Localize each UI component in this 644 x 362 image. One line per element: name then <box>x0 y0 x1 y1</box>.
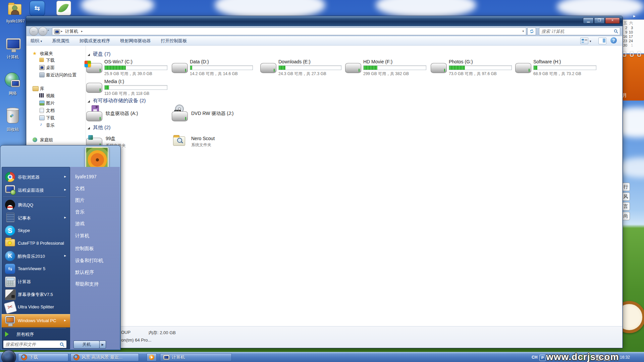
refresh-button[interactable] <box>527 27 536 35</box>
program-cuteftp[interactable]: CuteFTP 8 Professional <box>2 237 70 250</box>
desktop-icon-network[interactable]: 网络 <box>0 71 25 97</box>
program-windows-virtual-pc[interactable]: Windows Virtual PC▸ <box>2 314 70 327</box>
drive-tile-c[interactable]: OS-Win7 (C:) 25.9 GB 可用，共 39.0 GB <box>86 58 169 77</box>
program-notepad[interactable]: 记事本▸ <box>2 212 70 224</box>
menu-user-name[interactable]: liyafe1997 <box>75 174 97 182</box>
all-programs[interactable]: 所有程序 <box>0 329 69 339</box>
group-header-removable[interactable]: 有可移动存储的设备 (2) <box>93 98 146 104</box>
menu-devices-printers[interactable]: 设备和打印机 <box>75 258 103 266</box>
sidebar-pictures[interactable]: 图片 <box>46 100 55 106</box>
views-dropdown-icon[interactable]: ▾ <box>590 40 591 43</box>
search-icon <box>60 342 64 347</box>
preview-pane-button[interactable] <box>598 38 606 44</box>
window-titlebar[interactable] <box>26 16 623 26</box>
taskbar-button-computer[interactable]: 计算机 <box>160 353 232 361</box>
program-rdp[interactable]: 远程桌面连接▸ <box>2 184 70 196</box>
start-button[interactable] <box>1 350 16 362</box>
ime-icon[interactable]: P <box>539 355 546 361</box>
menu-music[interactable]: 音乐 <box>75 209 85 217</box>
nav-history-dropdown[interactable]: ▾ <box>48 29 49 32</box>
sidebar-downloads[interactable]: 下载 <box>46 57 55 63</box>
menu-games[interactable]: 游戏 <box>75 221 85 229</box>
group-header-other[interactable]: 其他 (2) <box>93 124 111 131</box>
program-qq[interactable]: 腾讯QQ <box>2 198 70 211</box>
scissors-icon: ✂ <box>4 301 17 314</box>
sidebar-recent-places[interactable]: 最近访问的位置 <box>46 72 76 78</box>
program-kugou[interactable]: K 酷狗音乐2010▸ <box>2 250 70 262</box>
menu-control-panel[interactable]: 控制面板 <box>75 246 94 254</box>
taskbar-button-scenery[interactable]: 风景 高清风景 最近... <box>70 353 139 361</box>
floppy-drive-tile[interactable]: 软盘驱动器 (A:) <box>86 105 169 122</box>
program-calculator[interactable]: 计算器 <box>2 275 70 288</box>
calendar-gadget[interactable]: 五 六 23 910 1617 2324 301 <box>621 19 644 54</box>
program-teamviewer[interactable]: ⇆ TeamViewer 5 <box>2 262 70 275</box>
shutdown-options-arrow[interactable]: ▸ <box>99 341 106 349</box>
drive-tile-d[interactable]: Data (D:) 14.2 GB 可用，共 14.6 GB <box>172 58 255 77</box>
all-programs-arrow-icon <box>5 331 9 337</box>
tray-clock[interactable]: 16:32 <box>620 355 630 360</box>
start-search-box[interactable] <box>3 340 67 348</box>
program-skype[interactable]: S Skype <box>2 224 70 237</box>
help-button[interactable]: ? <box>610 37 617 44</box>
drive-tile-h[interactable]: Software (H:) 68.9 GB 可用，共 73.2 GB <box>515 58 598 77</box>
toolbar-uninstall-program[interactable]: 卸载或更改程序 <box>79 38 110 44</box>
gadget-sidebar-arrow[interactable]: ▸ <box>633 13 636 18</box>
drive-name: Data (D:) <box>190 59 253 64</box>
drive-name: Downloads (E:) <box>278 59 341 64</box>
sidebar-libraries[interactable]: 库 <box>40 86 44 92</box>
menu-documents[interactable]: 文档 <box>75 186 85 194</box>
views-button[interactable] <box>580 38 588 44</box>
address-dropdown-icon[interactable]: ▾ <box>522 28 524 35</box>
toolbar-open-control-panel[interactable]: 打开控制面板 <box>161 38 187 44</box>
sidebar-documents[interactable]: 文档 <box>46 108 55 114</box>
menu-default-programs[interactable]: 默认程序 <box>75 269 94 278</box>
sidebar-favorites[interactable]: 收藏夹 <box>40 51 53 57</box>
shutdown-button[interactable]: 关机 <box>73 341 100 349</box>
dvd-drive-tile[interactable]: DVD DVD RW 驱动器 (J:) <box>172 105 255 122</box>
taskbar-button-download[interactable]: 下载 <box>18 353 68 361</box>
search-input[interactable] <box>539 28 620 35</box>
maximize-button[interactable]: ❒ <box>594 17 605 24</box>
minimize-button[interactable]: ▁ <box>583 17 594 24</box>
hard-drive-icon <box>260 63 276 73</box>
taskbar-button-media-player[interactable] <box>147 353 157 361</box>
desktop-icon-computer[interactable]: 计算机 <box>0 37 25 60</box>
close-button[interactable]: × <box>605 17 620 24</box>
sidebar-desktop[interactable]: 桌面 <box>46 65 55 71</box>
program-chrome[interactable]: 谷歌浏览器▸ <box>2 171 70 183</box>
desktop-icon-recycle-bin[interactable]: 回收站 <box>0 107 25 133</box>
drive-tile-g[interactable]: Photos (G:) 73.0 GB 可用，共 97.6 GB <box>431 58 514 77</box>
search-box[interactable] <box>539 27 620 35</box>
toolbar-system-properties[interactable]: 系统属性 <box>52 38 69 44</box>
drive-tile-e[interactable]: Downloads (E:) 24.3 GB 可用，共 27.3 GB <box>260 58 343 77</box>
back-button[interactable]: ← <box>29 27 38 36</box>
group-collapse-icon[interactable] <box>88 54 90 56</box>
toolbar-map-network-drive[interactable]: 映射网络驱动器 <box>120 38 151 44</box>
start-search-input[interactable] <box>3 341 66 348</box>
tile-nero-scout[interactable]: Nero Scout 系统文件夹 <box>172 134 255 150</box>
calendar-ring <box>630 51 634 57</box>
menu-computer[interactable]: 计算机 <box>75 233 89 241</box>
sidebar-music[interactable]: 音乐 <box>46 122 55 128</box>
address-bar[interactable]: ▸ 计算机 ▸ ▾ <box>52 27 526 35</box>
user-avatar[interactable] <box>85 147 109 170</box>
menu-help-support[interactable]: 帮助和支持 <box>75 281 99 289</box>
sidebar-downloads-library[interactable]: 下载 <box>46 115 55 121</box>
menu-pictures[interactable]: 图片 <box>75 197 85 205</box>
language-indicator[interactable]: CH <box>532 355 537 360</box>
desktop-icon-liyafe1997[interactable]: liyafe1997 <box>3 1 28 25</box>
breadcrumb[interactable]: 计算机 <box>65 28 78 35</box>
program-screen-recorder[interactable]: 屏幕录像专家V7.5 <box>2 288 70 301</box>
program-video-splitter[interactable]: ✂ Ultra Video Splitter <box>2 301 70 313</box>
crumb-arrow-icon[interactable]: ▸ <box>81 28 83 35</box>
forward-button[interactable]: → <box>38 27 47 36</box>
group-collapse-icon[interactable] <box>88 100 90 103</box>
drive-tile-i[interactable]: Media (I:) 110 GB 可用，共 118 GB <box>86 78 169 97</box>
drive-tile-f[interactable]: HD Movie (F:) 299 GB 可用，共 382 GB <box>345 58 428 77</box>
group-header-hdd[interactable]: 硬盘 (7) <box>93 51 111 57</box>
sidebar-homegroup[interactable]: 家庭组 <box>40 137 53 143</box>
organize-menu[interactable]: 组织 ▾ <box>31 38 42 44</box>
group-collapse-icon[interactable] <box>88 127 90 129</box>
sidebar-videos[interactable]: 视频 <box>46 93 55 99</box>
kugou-icon: K <box>5 251 15 261</box>
